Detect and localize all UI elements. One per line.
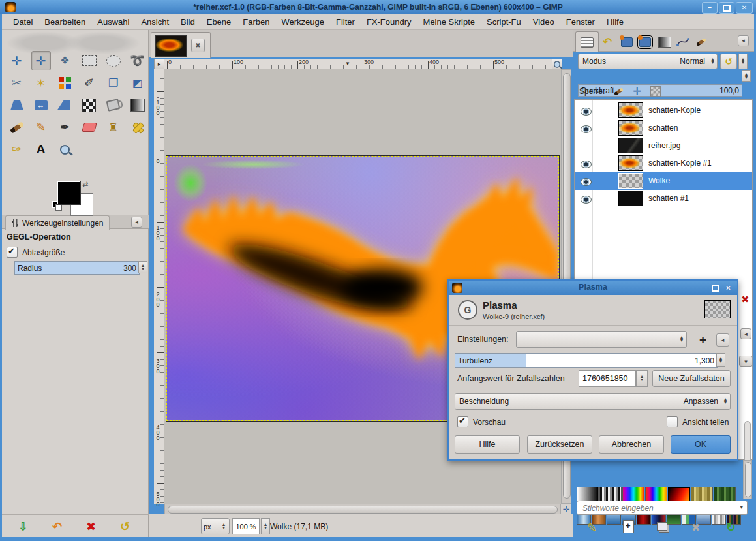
collapse-tool-options-button[interactable]: ◂ [131, 217, 142, 228]
new-gradient-button[interactable] [623, 520, 634, 533]
tool-shear[interactable] [56, 96, 74, 114]
ruler-corner-button[interactable]: ▸ [154, 59, 164, 69]
tool-cage-transform[interactable] [80, 96, 98, 114]
blend-space-button[interactable]: ↺ [720, 54, 737, 69]
tool-select-by-color[interactable] [56, 74, 74, 92]
layer-row-wolke[interactable]: Wolke [575, 172, 752, 190]
menu-bild[interactable]: Bild [175, 17, 201, 27]
tool-move-active[interactable]: ✛ [31, 51, 51, 70]
tool-bucket-fill[interactable] [104, 96, 123, 114]
titlebar[interactable]: *reiher.xcf-1.0 (RGB-Farben 8-Bit-Gamma-… [0, 0, 756, 14]
tool-pencil[interactable]: ✎ [32, 118, 50, 136]
close-button[interactable]: ✕ [736, 2, 753, 14]
layer-thumbnail[interactable] [618, 173, 643, 189]
image-tab[interactable]: ✖ [151, 32, 211, 58]
layer-thumbnail[interactable] [618, 138, 643, 153]
dock-collapse-button[interactable]: ◂ [738, 35, 749, 46]
layer-row-schatten-kopie[interactable]: schatten-Kopie [575, 102, 752, 119]
layer-row-schatten-kopie-1[interactable]: schatten-Kopie #1 [575, 155, 752, 172]
zoom-level-input[interactable]: 100 % [232, 518, 260, 534]
opacity-spinner[interactable] [742, 70, 751, 82]
tool-perspective[interactable] [8, 96, 26, 114]
tool-eraser[interactable] [80, 118, 98, 136]
tool-alignment[interactable]: ❖ [56, 52, 74, 70]
image-tab-close-button[interactable]: ✖ [191, 39, 205, 52]
plasma-dialog[interactable]: Plasma ✕ G Plasma Wolke-9 (reiher.xcf) E… [447, 279, 738, 461]
refresh-gradients-button[interactable]: ↻ [726, 520, 736, 534]
menu-farben[interactable]: Farben [237, 17, 275, 27]
dialog-close-button[interactable]: ✕ [722, 283, 734, 293]
visibility-eye-icon[interactable] [581, 196, 592, 204]
save-tool-preset-button[interactable]: ⇩ [18, 521, 28, 533]
visibility-eye-icon[interactable] [581, 125, 592, 133]
gradient-scrollbar[interactable] [743, 460, 752, 499]
menu-fenster[interactable]: Fenster [560, 17, 601, 27]
strip-dropdown-button[interactable]: ▾ [739, 356, 753, 367]
layer-row-schatten[interactable]: schatten [575, 119, 752, 137]
tool-zoom[interactable] [56, 140, 74, 159]
menu-ebene[interactable]: Ebene [201, 17, 237, 27]
layer-thumbnail[interactable] [618, 191, 643, 206]
foreground-color-swatch[interactable] [57, 181, 80, 204]
layer-mode-combo[interactable]: Modus Normal [578, 54, 718, 69]
layer-row-schatten-1[interactable]: schatten #1 [575, 190, 752, 208]
lock-position-icon[interactable]: ✛ [633, 85, 641, 97]
tab-channels[interactable] [620, 35, 634, 48]
tab-vectors[interactable] [676, 35, 690, 48]
layer-thumbnail[interactable] [618, 155, 643, 171]
visibility-eye-icon[interactable] [581, 161, 592, 168]
dialog-titlebar[interactable]: Plasma ✕ [449, 281, 737, 295]
menu-meine-skripte[interactable]: Meine Skripte [417, 17, 481, 27]
minimize-button[interactable]: – [702, 2, 718, 14]
menu-bearbeiten[interactable]: Bearbeiten [38, 17, 91, 27]
unit-combo[interactable]: px [201, 518, 230, 534]
tool-flip[interactable]: ↔ [32, 96, 50, 114]
zoom-follow-window-button[interactable] [552, 59, 562, 69]
menu-werkzeuge[interactable]: Werkzeuge [276, 17, 331, 27]
add-preset-button[interactable]: + [699, 333, 706, 346]
zoom-spinner[interactable] [261, 518, 270, 534]
tool-unified-transform[interactable]: ❐ [104, 74, 123, 92]
menu-video[interactable]: Video [527, 17, 560, 27]
tool-clone[interactable]: ♜ [104, 118, 123, 136]
tool-mypaint-brush[interactable]: ✑ [8, 140, 26, 159]
new-seed-button[interactable]: Neue Zufallsdaten [652, 370, 731, 387]
reset-tool-options-button[interactable]: ↺ [120, 521, 130, 533]
tab-paths[interactable] [638, 35, 652, 48]
preview-checkbox[interactable] [457, 416, 468, 427]
cancel-button[interactable]: Abbrechen [599, 435, 664, 454]
search-dropdown-icon[interactable]: ▾ [740, 504, 743, 510]
turbulence-spinner[interactable] [716, 353, 725, 367]
menu-hilfe[interactable]: Hilfe [601, 17, 629, 27]
search-box[interactable]: ▾ [577, 501, 748, 515]
lock-pixels-icon[interactable] [614, 87, 624, 96]
tool-knife[interactable]: ✐ [80, 74, 98, 92]
tab-brushes[interactable] [694, 35, 708, 48]
edit-gradient-button[interactable]: ✎ [587, 521, 597, 535]
tool-move[interactable]: ✛ [8, 52, 26, 70]
layer-thumbnail[interactable] [618, 120, 643, 136]
radius-slider[interactable]: Radius 300 [14, 261, 140, 275]
menu-auswahl[interactable]: Auswahl [91, 17, 135, 27]
tool-handle-transform[interactable]: ◩ [129, 74, 147, 92]
settings-combo[interactable] [516, 331, 687, 348]
radius-spinner[interactable] [138, 261, 147, 273]
anchor-delete-icon[interactable]: ✖ [741, 294, 749, 305]
tool-heal[interactable] [129, 118, 147, 136]
reset-button[interactable]: Zurücksetzen [527, 435, 592, 454]
navigation-button[interactable]: ✛ [561, 504, 571, 514]
tool-fuzzy-select[interactable]: ✶ [32, 74, 50, 92]
sample-size-checkbox[interactable] [7, 247, 18, 258]
blend-space-spinner[interactable] [738, 54, 748, 69]
menu-fx-foundry[interactable]: FX-Foundry [361, 17, 417, 27]
tab-undo-history[interactable]: ↶ [600, 35, 614, 48]
tool-text[interactable]: A [32, 140, 50, 159]
menu-script-fu[interactable]: Script-Fu [481, 17, 527, 27]
restore-tool-preset-button[interactable]: ↶ [52, 521, 62, 533]
tab-layers[interactable] [575, 31, 599, 52]
maximize-button[interactable] [719, 2, 734, 14]
tab-gradients[interactable] [658, 35, 672, 48]
layer-row-reiher-jpg[interactable]: reiher.jpg [575, 137, 752, 155]
horizontal-scrollbar-thumb[interactable] [168, 506, 558, 514]
tab-tool-options[interactable]: Werkzeugeinstellungen [5, 215, 110, 230]
